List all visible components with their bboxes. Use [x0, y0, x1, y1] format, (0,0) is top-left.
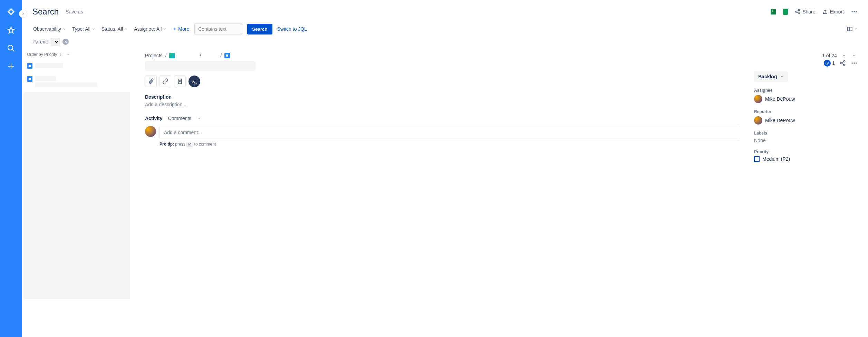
pro-tip-key: M — [186, 142, 193, 147]
filter-bar: Observability Type: All Status: All Assi… — [22, 20, 868, 38]
issue-detail-panel: Projects / / / — [135, 49, 868, 337]
breadcrumb-separator: / — [220, 53, 222, 58]
export-button[interactable]: Export — [822, 9, 844, 14]
issue-list-sort[interactable]: Order by Priority — [22, 49, 133, 60]
breadcrumb-parent[interactable] — [204, 53, 218, 58]
breadcrumb-issue[interactable] — [224, 53, 252, 58]
chevron-down-icon — [780, 75, 784, 78]
switch-to-jql-link[interactable]: Switch to JQL — [277, 26, 307, 32]
issue-list-item[interactable] — [22, 60, 133, 73]
labels-field[interactable]: Labels None — [754, 131, 858, 143]
app-icon — [191, 78, 197, 85]
meatballs-icon — [851, 60, 858, 67]
svg-rect-17 — [29, 65, 31, 67]
project-filter-label: Observability — [33, 26, 61, 32]
svg-rect-15 — [850, 27, 852, 31]
project-icon — [169, 53, 175, 58]
parent-filter-select[interactable] — [51, 38, 60, 46]
main-area: Search Save as Share Export Observabilit… — [22, 0, 868, 337]
svg-point-10 — [853, 11, 855, 12]
panel-splitter[interactable] — [133, 49, 135, 337]
priority-field-label: Priority — [754, 149, 858, 154]
status-filter[interactable]: Status: All — [101, 25, 128, 33]
left-navigation-rail — [0, 0, 22, 337]
issue-pager: 1 of 24 — [754, 53, 858, 58]
project-filter[interactable]: Observability — [32, 25, 67, 33]
star-icon[interactable] — [7, 26, 15, 34]
breadcrumb-project[interactable] — [169, 53, 197, 58]
page-button[interactable] — [174, 76, 186, 87]
link-button[interactable] — [160, 76, 171, 87]
order-by-label: Order by Priority — [27, 52, 57, 57]
share-label: Share — [802, 9, 815, 14]
comment-composer: Add a comment... — [145, 126, 740, 139]
type-filter[interactable]: Type: All — [71, 25, 96, 33]
search-icon[interactable] — [7, 44, 15, 52]
issue-list-body[interactable] — [22, 60, 133, 337]
more-filters-label: More — [178, 26, 189, 32]
breadcrumb-projects[interactable]: Projects — [145, 53, 163, 58]
attach-button[interactable] — [145, 76, 157, 87]
more-filters-button[interactable]: More — [172, 26, 189, 32]
activity-tab-select[interactable]: Comments — [168, 116, 201, 121]
content-split: Order by Priority — [22, 49, 868, 337]
breadcrumb-separator: / — [200, 53, 201, 58]
pro-tip: Pro tip: press M to comment — [160, 142, 740, 147]
chevron-down-icon — [163, 27, 166, 31]
search-button[interactable]: Search — [247, 24, 272, 34]
activity-header: Activity Comments — [145, 116, 740, 121]
save-as-link[interactable]: Save as — [66, 9, 83, 14]
svg-point-29 — [852, 62, 853, 63]
create-icon[interactable] — [7, 62, 15, 70]
svg-point-24 — [843, 61, 845, 62]
chevron-down-icon — [852, 53, 856, 58]
share-button[interactable]: Share — [795, 9, 815, 14]
excel-icon — [771, 9, 776, 14]
comment-input[interactable]: Add a comment... — [160, 126, 740, 139]
attachment-icon — [148, 78, 154, 85]
detail-view-icon — [847, 26, 853, 32]
search-text-input[interactable] — [194, 23, 242, 34]
current-user-avatar — [145, 126, 156, 137]
breadcrumb-separator: / — [165, 53, 167, 58]
export-excel-button[interactable] — [771, 9, 776, 14]
export-label: Export — [830, 9, 844, 14]
expand-sidebar-button[interactable] — [19, 10, 27, 18]
assignee-filter[interactable]: Assignee: All — [133, 25, 167, 33]
app-action-button[interactable] — [189, 76, 200, 87]
export-sheets-button[interactable] — [783, 9, 788, 15]
svg-line-7 — [797, 10, 799, 11]
priority-field[interactable]: Priority Medium (P2) — [754, 149, 858, 162]
assignee-value: Mike DePouw — [765, 96, 795, 102]
svg-rect-19 — [226, 54, 228, 57]
watch-count: 1 — [832, 60, 835, 66]
pager-prev[interactable] — [840, 53, 847, 58]
svg-rect-14 — [847, 27, 849, 31]
pro-tip-label: Pro tip: — [160, 142, 174, 147]
svg-point-23 — [827, 63, 828, 64]
clear-parent-filter[interactable]: ✕ — [62, 39, 69, 45]
pager-next[interactable] — [851, 53, 858, 58]
layout-toggle[interactable] — [847, 26, 858, 32]
reporter-field[interactable]: Reporter Mike DePouw — [754, 109, 858, 125]
description-field[interactable]: Add a description... — [145, 102, 740, 107]
watch-button[interactable]: 1 — [824, 60, 835, 67]
sort-down-icon — [59, 53, 62, 56]
issue-list-filler — [23, 92, 130, 299]
issue-type-icon — [27, 63, 32, 69]
share-issue-button[interactable] — [840, 60, 846, 66]
issue-list-item[interactable] — [22, 73, 133, 91]
svg-line-1 — [12, 49, 14, 51]
assignee-field[interactable]: Assignee Mike DePouw — [754, 88, 858, 103]
more-actions-button[interactable] — [851, 8, 858, 15]
breadcrumb-row: Projects / / / — [145, 53, 740, 58]
issue-title[interactable] — [145, 61, 255, 71]
share-icon — [840, 60, 846, 66]
svg-point-4 — [798, 9, 800, 11]
svg-point-30 — [853, 62, 855, 63]
header-actions: Share Export — [771, 8, 858, 15]
issue-more-actions[interactable] — [851, 60, 858, 67]
parent-filter-label: Parent: — [32, 39, 48, 44]
status-dropdown[interactable]: Backlog — [754, 71, 788, 82]
jira-logo-icon[interactable] — [6, 7, 16, 17]
